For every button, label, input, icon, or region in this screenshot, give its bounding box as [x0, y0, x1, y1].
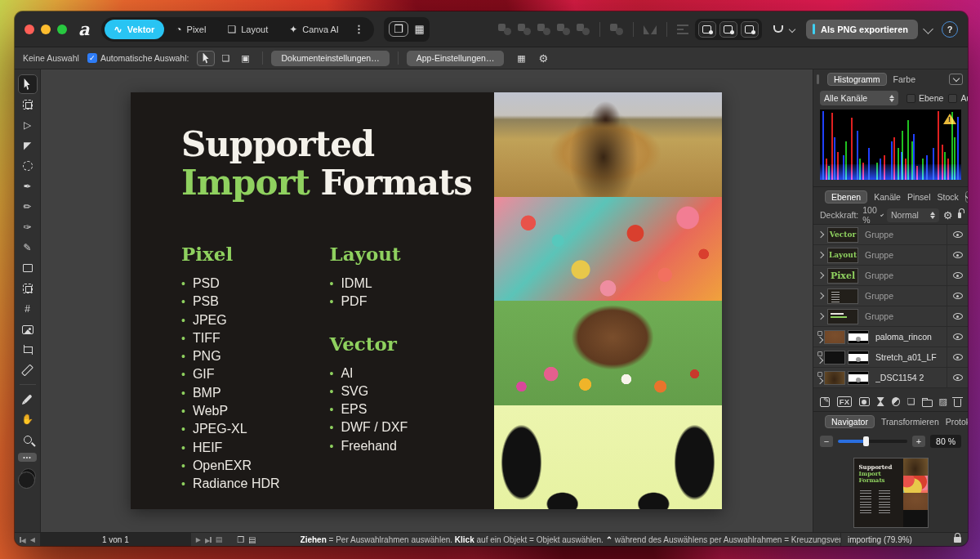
expand-chevron-icon[interactable]: [817, 313, 824, 320]
export-options-chevron-icon[interactable]: [923, 24, 933, 34]
expand-chevron-icon[interactable]: [817, 252, 824, 258]
layer-row[interactable]: Stretch_a01_LF: [813, 347, 968, 368]
layer-name[interactable]: Gruppe: [865, 311, 947, 321]
expand-chevron-icon[interactable]: [817, 293, 824, 299]
snap-move-toggle[interactable]: [698, 21, 716, 38]
visibility-eye-icon[interactable]: [953, 293, 963, 299]
live-filter-icon[interactable]: [892, 397, 900, 406]
layer-name[interactable]: Gruppe: [865, 271, 947, 280]
select-object-mode-button[interactable]: ❏: [216, 51, 234, 66]
zoom-slider-handle[interactable]: [863, 436, 869, 446]
fill-stroke-color-well[interactable]: [17, 468, 38, 490]
layer-effects-fx-button[interactable]: FX: [837, 396, 852, 407]
crop-tool[interactable]: [18, 340, 38, 360]
snap-node-toggle[interactable]: [719, 21, 737, 38]
image-tool[interactable]: [18, 320, 38, 339]
page-indicator[interactable]: 1 von 1: [40, 533, 191, 547]
tab-ebenen[interactable]: Ebenen: [825, 190, 867, 203]
gear-icon[interactable]: ⚙: [538, 52, 548, 65]
layer-settings-gear-icon[interactable]: ⚙: [943, 209, 953, 221]
help-button[interactable]: ?: [942, 21, 958, 38]
visibility-eye-icon[interactable]: [953, 333, 963, 340]
grid-options-icon[interactable]: ▦: [512, 51, 530, 66]
layer-row[interactable]: VectorGruppe: [813, 225, 968, 245]
app-settings-button[interactable]: App-Einstellungen…: [407, 51, 505, 66]
layer-thumbnail[interactable]: [824, 371, 845, 385]
point-transform-tool[interactable]: ◤: [18, 136, 38, 155]
select-cursor-mode-button[interactable]: [197, 51, 215, 66]
layer-thumbnail[interactable]: [827, 288, 858, 304]
clipping-warning-icon[interactable]: [943, 114, 956, 124]
expand-chevron-icon[interactable]: [817, 337, 823, 343]
transform-tool[interactable]: [18, 95, 38, 114]
mesh-warp-tool[interactable]: #: [18, 299, 38, 319]
layer-mask-thumbnail[interactable]: [848, 371, 869, 385]
document-page[interactable]: Supported Import Formats Pixel•PSD•PSB•J…: [131, 92, 722, 509]
snapping-options-chevron-icon[interactable]: [789, 25, 795, 32]
tab-farbe[interactable]: Farbe: [893, 74, 915, 84]
opacity-chevron-icon[interactable]: [880, 213, 884, 217]
tab-pinsel[interactable]: Pinsel: [907, 192, 931, 202]
layer-checkbox[interactable]: Ebene: [906, 93, 943, 103]
persona-tab-vektor[interactable]: ∿Vektor: [105, 20, 165, 39]
zoom-in-button[interactable]: +: [912, 436, 925, 447]
visibility-eye-icon[interactable]: [953, 313, 963, 320]
last-page-button[interactable]: ▶: [205, 535, 212, 544]
auto-select-checkbox[interactable]: ✓ Automatische Auswahl:: [87, 53, 189, 63]
document-settings-button[interactable]: Dokumenteinstellungen…: [271, 51, 389, 66]
layer-row[interactable]: Gruppe: [813, 306, 968, 327]
color-picker-tool[interactable]: [18, 389, 38, 409]
layer-name[interactable]: _DSC1154 2: [875, 373, 947, 382]
tab-navigator[interactable]: Navigator: [825, 415, 875, 428]
navigator-preview[interactable]: Supported Import Formats: [853, 458, 929, 528]
layer-thumbnail[interactable]: Layout: [827, 248, 858, 263]
zoom-out-button[interactable]: −: [820, 436, 833, 447]
tab-transformieren[interactable]: Transformieren: [881, 417, 939, 427]
selection-checkbox[interactable]: Auswahl: [948, 93, 968, 103]
close-window-button[interactable]: [24, 25, 34, 34]
layer-lock-icon[interactable]: [958, 212, 961, 218]
blend-mode-select[interactable]: Normal: [887, 208, 939, 222]
measure-tool[interactable]: [18, 360, 38, 380]
minimize-window-button[interactable]: [41, 25, 51, 34]
persona-tab-canva-ai[interactable]: ✦Canva AI: [279, 20, 349, 39]
visibility-eye-icon[interactable]: [953, 231, 963, 238]
layer-row[interactable]: paloma_rincon: [813, 327, 968, 347]
hand-tool[interactable]: ✋: [18, 409, 38, 429]
fill-swatch[interactable]: [18, 472, 35, 489]
snap-frame-toggle[interactable]: [741, 21, 759, 38]
mask-layer-icon[interactable]: [859, 397, 870, 406]
vector-brush-tool[interactable]: ✑: [18, 217, 38, 237]
edit-all-layers-icon[interactable]: [820, 397, 830, 407]
more-tools-button[interactable]: •••: [18, 453, 36, 462]
zoom-level-value[interactable]: 80 %: [930, 435, 961, 448]
export-png-button[interactable]: Als PNG exportieren: [806, 20, 918, 39]
pencil-tool[interactable]: ✏: [18, 197, 38, 217]
expand-chevron-icon[interactable]: [817, 272, 824, 279]
layer-mask-thumbnail[interactable]: [848, 330, 869, 344]
tab-protokoll[interactable]: Protokoll: [946, 417, 968, 427]
visibility-eye-icon[interactable]: [953, 272, 963, 279]
opacity-value[interactable]: 100 %: [862, 205, 877, 225]
layer-name[interactable]: Gruppe: [865, 230, 947, 239]
zoom-slider[interactable]: [838, 440, 907, 443]
document-info-icon[interactable]: ▤: [248, 535, 256, 544]
layer-mask-thumbnail[interactable]: [848, 351, 869, 364]
layer-thumbnail[interactable]: [824, 351, 845, 364]
collapse-panel-button[interactable]: [949, 74, 963, 85]
layer-thumbnail[interactable]: [824, 330, 845, 344]
layer-row[interactable]: Gruppe: [813, 286, 968, 306]
zoom-window-button[interactable]: [57, 25, 67, 34]
layer-row[interactable]: PixelGruppe: [813, 266, 968, 286]
duplicate-page-icon[interactable]: ❐: [237, 535, 244, 544]
tab-stock[interactable]: Stock: [938, 192, 959, 202]
tab-kanaele[interactable]: Kanäle: [874, 192, 901, 202]
layer-name[interactable]: Gruppe: [865, 250, 947, 260]
visibility-eye-icon[interactable]: [953, 374, 963, 381]
layer-name[interactable]: paloma_rincon: [875, 332, 947, 342]
persona-more-menu-icon[interactable]: ⋮: [350, 23, 371, 35]
first-page-button[interactable]: ◀: [20, 535, 26, 544]
layer-thumbnail[interactable]: Vector: [827, 227, 858, 243]
pen-tool[interactable]: ✒: [18, 177, 38, 196]
expand-chevron-icon[interactable]: [817, 378, 823, 384]
